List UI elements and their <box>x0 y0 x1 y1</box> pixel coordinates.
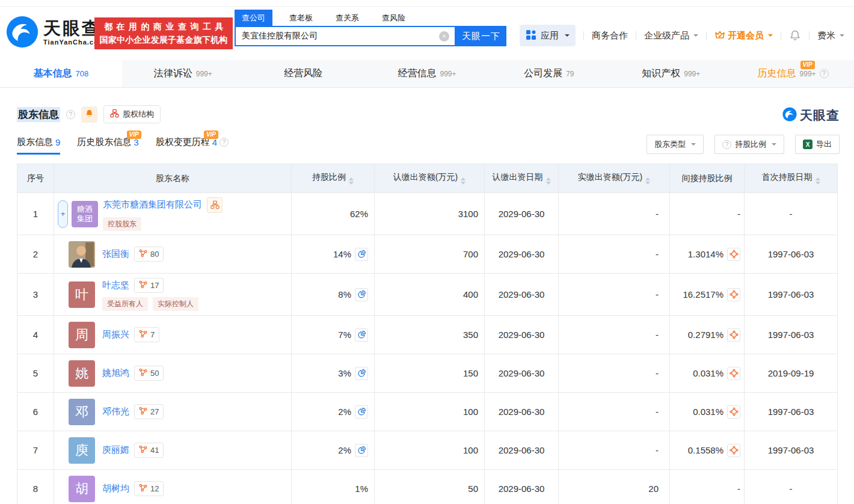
relation-count-box[interactable]: 7 <box>134 327 159 342</box>
col-first-holding-date[interactable]: 首次持股日期 <box>745 164 838 193</box>
tab-basic-info[interactable]: 基本信息 708 <box>0 60 122 87</box>
notification-bell-icon[interactable] <box>789 29 801 41</box>
shareholder-name-link[interactable]: 胡树均 <box>102 483 129 494</box>
col-subscribed-date[interactable]: 认缴出资日期 <box>485 164 559 193</box>
penetration-icon[interactable] <box>727 405 740 419</box>
table-controls: 股东类型 持股比例 导出 <box>647 135 840 154</box>
avatar[interactable]: 姚 <box>69 360 95 387</box>
search-button[interactable]: 天眼一下 <box>456 26 506 46</box>
relation-count-box[interactable]: 17 <box>134 278 164 293</box>
avatar[interactable]: 邓 <box>69 399 95 425</box>
col-index: 序号 <box>17 164 54 193</box>
relation-count-box[interactable]: 50 <box>134 366 164 381</box>
penetration-icon[interactable] <box>727 248 740 261</box>
pie-chart-icon[interactable] <box>355 444 368 457</box>
tab-legal-proceedings[interactable]: 法律诉讼 999+ <box>122 60 244 87</box>
relation-count-box[interactable]: 27 <box>134 404 164 419</box>
subtab-shareholders[interactable]: 股东信息 9 <box>17 137 60 155</box>
pie-chart-icon[interactable] <box>355 328 368 342</box>
sort-icon[interactable] <box>461 177 465 185</box>
pie-chart-icon[interactable] <box>355 367 368 380</box>
header-right-nav: 应用 商务合作 企业级产品 开通会员 费米 <box>520 25 844 46</box>
penetration-icon[interactable] <box>727 288 740 301</box>
search-tab-risk[interactable]: 查风险 <box>375 10 413 26</box>
apps-menu-button[interactable]: 应用 <box>520 25 576 46</box>
shareholder-name-link[interactable]: 东莞市糖酒集团有限公司 <box>103 199 202 211</box>
indirect-ratio: 16.2517% <box>683 289 723 300</box>
export-button[interactable]: 导出 <box>795 135 840 154</box>
user-menu[interactable]: 费米 <box>817 30 844 41</box>
subscribe-bell-button[interactable] <box>81 106 97 123</box>
sort-icon[interactable] <box>645 177 650 185</box>
avatar[interactable]: 周 <box>69 322 95 348</box>
tab-intellectual-property[interactable]: 知识产权 999+ <box>610 60 732 87</box>
search-tab-boss[interactable]: 查老板 <box>282 10 320 26</box>
relation-count-box[interactable]: 41 <box>134 443 164 458</box>
equity-structure-icon[interactable] <box>207 197 223 213</box>
tab-business-risk[interactable]: 经营风险 <box>244 60 366 87</box>
avatar[interactable]: 庾 <box>69 437 95 464</box>
sort-icon[interactable] <box>546 177 551 185</box>
shareholder-name-link[interactable]: 周振兴 <box>102 329 129 340</box>
relation-graph-icon <box>139 368 147 379</box>
subtab-equity-change-history[interactable]: VIP 股权变更历程 4 <box>156 137 229 155</box>
shareholder-name-link[interactable]: 庾丽媚 <box>102 444 129 456</box>
table-header-row: 序号 股东名称 持股比例 认缴出资额(万元) 认缴出资日期 实缴出资额(万元) … <box>17 164 838 193</box>
business-cooperation-link[interactable]: 商务合作 <box>592 30 628 41</box>
subtab-label: 股东信息 <box>17 137 53 148</box>
clear-search-icon[interactable] <box>439 31 449 41</box>
table-row: 1 糖酒集团 东莞市糖酒集团有限公司 控股股东 <box>17 193 838 235</box>
holding-ratio-filter[interactable]: 持股比例 <box>714 135 784 154</box>
open-membership-link[interactable]: 开通会员 <box>714 29 773 42</box>
pie-chart-icon[interactable] <box>355 405 368 419</box>
help-icon[interactable] <box>66 110 75 119</box>
tab-history-info[interactable]: VIP 历史信息 999+ <box>732 60 854 87</box>
shareholder-name-link[interactable]: 张国衡 <box>102 248 129 260</box>
relation-count-box[interactable]: 12 <box>134 481 164 496</box>
avatar[interactable]: 胡 <box>69 476 95 502</box>
holding-ratio: 2% <box>338 407 351 417</box>
subscribed-date: 2029-06-30 <box>485 354 559 393</box>
pie-chart-icon[interactable] <box>355 248 368 261</box>
paid-capital: - <box>559 274 670 316</box>
sort-icon[interactable] <box>349 177 354 185</box>
shareholder-name-link[interactable]: 叶志坚 <box>102 280 129 291</box>
equity-structure-button[interactable]: 股权结构 <box>103 105 161 123</box>
tab-business-info[interactable]: 经营信息 999+ <box>366 60 488 87</box>
penetration-icon[interactable] <box>727 444 740 457</box>
pie-chart-icon[interactable] <box>355 288 368 301</box>
search-tab-relation[interactable]: 查关系 <box>328 10 366 26</box>
indirect-ratio: 0.2791% <box>688 330 723 340</box>
help-icon[interactable] <box>820 69 829 78</box>
subtab-history-shareholders[interactable]: VIP 历史股东信息 3 <box>77 137 138 155</box>
tab-label: 经营信息 <box>398 67 436 80</box>
enterprise-products-menu[interactable]: 企业级产品 <box>644 30 698 41</box>
search-tab-company[interactable]: 查公司 <box>235 10 272 26</box>
divider <box>583 31 584 40</box>
tab-count: 999+ <box>684 70 700 78</box>
shareholder-name-link[interactable]: 姚旭鸿 <box>102 367 129 379</box>
shareholder-type-filter[interactable]: 股东类型 <box>647 135 704 154</box>
sort-icon[interactable] <box>816 177 820 185</box>
subscribed-capital: 150 <box>375 354 485 393</box>
col-subscribed-capital[interactable]: 认缴出资额(万元) <box>375 164 485 193</box>
relation-count: 12 <box>150 484 159 493</box>
shareholder-section-header: 股东信息 股权结构 <box>17 105 161 123</box>
penetration-icon[interactable] <box>727 328 740 342</box>
shareholder-name-link[interactable]: 邓伟光 <box>102 406 129 417</box>
avatar[interactable]: 糖酒集团 <box>72 201 98 227</box>
penetration-icon[interactable] <box>727 367 740 380</box>
first-holding-date: 2019-09-19 <box>745 354 838 393</box>
search-input[interactable] <box>236 31 439 41</box>
tab-company-development[interactable]: 公司发展 79 <box>488 60 610 87</box>
avatar[interactable] <box>69 241 95 268</box>
table-row: 3 叶 叶志坚 17 受益所有人实际 <box>17 274 838 316</box>
col-paid-capital[interactable]: 实缴出资额(万元) <box>559 164 670 193</box>
avatar[interactable]: 叶 <box>69 281 95 308</box>
expand-button[interactable] <box>58 200 68 228</box>
help-icon[interactable] <box>220 138 229 147</box>
col-holding-ratio[interactable]: 持股比例 <box>292 164 375 193</box>
site-logo[interactable]: 天眼查 TianYanCha.com <box>6 16 105 48</box>
row-index: 1 <box>33 209 38 219</box>
relation-count-box[interactable]: 80 <box>134 247 164 262</box>
